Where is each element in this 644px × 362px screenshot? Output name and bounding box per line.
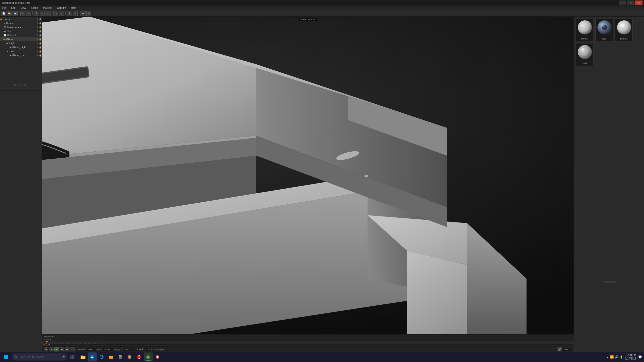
toolbar-select[interactable]: ▷ bbox=[53, 11, 58, 16]
eye-icon-render: 👁 bbox=[36, 22, 38, 24]
tool2-icon bbox=[155, 354, 160, 359]
taskbar-firefox[interactable] bbox=[125, 352, 134, 361]
camera-label: Main Camera bbox=[298, 18, 317, 21]
menu-material[interactable]: Material bbox=[42, 7, 53, 9]
search-placeholder: Type here to search bbox=[19, 355, 44, 358]
maximize-button[interactable]: □ bbox=[627, 1, 634, 5]
tree-label-high: High bbox=[9, 42, 36, 45]
tree-item-render[interactable]: ● Render 👁 🔒 bbox=[0, 21, 42, 25]
tree-item-baker[interactable]: ⬜ Baker 1 👁 🔒 bbox=[0, 33, 42, 37]
svg-point-13 bbox=[15, 356, 17, 358]
menu-capture[interactable]: Capture bbox=[56, 7, 67, 9]
material-ball-eye[interactable]: Eye bbox=[595, 19, 613, 41]
taskbar-calc[interactable] bbox=[116, 352, 125, 361]
menu-file[interactable]: File bbox=[1, 7, 7, 9]
tree-item-low[interactable]: ▼ Low 👁 🔒 bbox=[0, 49, 42, 53]
taskbar-opera[interactable] bbox=[134, 352, 143, 361]
notification-icon[interactable]: 💬 bbox=[638, 355, 642, 359]
frames-label: Frames bbox=[78, 348, 86, 351]
eye-icon-baker: 👁 bbox=[36, 34, 38, 36]
loop-button[interactable]: ↺ bbox=[70, 347, 75, 351]
tree-item-scene[interactable]: ▶ Scene 👁 🔒 bbox=[0, 17, 42, 21]
menu-view[interactable]: View bbox=[19, 7, 27, 9]
taskbar-tool2[interactable] bbox=[153, 352, 162, 361]
length-value[interactable]: 10.000 bbox=[123, 348, 135, 351]
toolbar-open[interactable]: 📂 bbox=[7, 11, 12, 16]
taskbar-file-explorer[interactable] bbox=[78, 352, 88, 361]
tree-item-ghost-high[interactable]: ◆ Ghost_High 👁 🔒 bbox=[0, 45, 42, 49]
left-panel-bottom bbox=[0, 90, 42, 334]
ie-icon: e bbox=[99, 354, 104, 359]
task-view-button[interactable] bbox=[68, 352, 77, 361]
toolbar-scale[interactable]: ⤢ bbox=[46, 11, 51, 16]
scene-tree: ▶ Scene 👁 🔒 ● Render 👁 🔒 📷 Main Camera 👁… bbox=[0, 17, 42, 58]
material-ball-phong[interactable]: phong1 bbox=[615, 19, 633, 41]
toolbar-import[interactable]: ⬆ bbox=[67, 11, 72, 16]
start-button[interactable] bbox=[1, 352, 12, 362]
svg-line-14 bbox=[17, 357, 18, 358]
toolbar-new[interactable]: 📄 bbox=[1, 11, 6, 16]
window-controls: ─ □ ✕ bbox=[619, 1, 642, 5]
system-tray: ▲ 📶 🔊 🔋 12:30 PM 7/17/2019 💬 bbox=[607, 353, 643, 360]
search-microphone-icon: 🎤 bbox=[61, 355, 65, 359]
material-ball-shell[interactable]: Shell bbox=[576, 43, 593, 66]
network-icon[interactable]: 📶 bbox=[610, 355, 614, 359]
toolbar-redo[interactable]: ↪ bbox=[26, 11, 31, 16]
toolbar-settings[interactable]: ⚙ bbox=[86, 11, 91, 16]
toolbar-sep1 bbox=[19, 11, 19, 15]
taskbar: Type here to search 🎤 bbox=[0, 352, 644, 362]
materials-section: Default Eye bbox=[574, 17, 644, 68]
battery-icon[interactable]: 🔋 bbox=[620, 355, 623, 359]
clock-display[interactable]: 12:30 PM 7/17/2019 bbox=[624, 353, 637, 360]
sky-icon: ☁ bbox=[4, 30, 6, 32]
material-ball-default[interactable]: Default bbox=[576, 19, 593, 41]
taskbar-ie[interactable]: e bbox=[97, 352, 106, 361]
toolbar-export[interactable]: ⬇ bbox=[73, 11, 78, 16]
toolbar-add[interactable]: + bbox=[59, 11, 64, 16]
toolbar-undo[interactable]: ↩ bbox=[20, 11, 25, 16]
tree-label-ghost-low: Ghost_Low bbox=[12, 54, 36, 57]
toolbar-render[interactable]: ▶ bbox=[80, 11, 86, 16]
tree-item-camera[interactable]: 📷 Main Camera 👁 🔒 bbox=[0, 25, 42, 29]
tree-item-high[interactable]: ▶ High 👁 🔒 bbox=[0, 41, 42, 45]
menu-help[interactable]: Help bbox=[70, 7, 77, 9]
lock-icon-high: 🔒 bbox=[39, 42, 42, 44]
prev-frame-button[interactable]: ◀ bbox=[49, 347, 54, 351]
volume-icon[interactable]: 🔊 bbox=[615, 355, 619, 359]
go-start-button[interactable]: ⏮ bbox=[44, 347, 48, 351]
file-explorer-icon bbox=[80, 354, 86, 360]
frames-value[interactable]: 300 bbox=[87, 348, 96, 351]
speed-label: Speed bbox=[136, 348, 143, 351]
search-bar[interactable]: Type here to search 🎤 bbox=[12, 353, 67, 360]
svg-rect-26 bbox=[119, 357, 120, 357]
toolbar-save[interactable]: 💾 bbox=[13, 11, 18, 16]
next-frame-button[interactable]: ▶ bbox=[60, 347, 64, 351]
speed-value[interactable]: 1.00 bbox=[144, 348, 152, 351]
end-frame-value[interactable]: 300 bbox=[563, 348, 572, 351]
menu-scene[interactable]: Scene bbox=[30, 7, 39, 9]
svg-text:e: e bbox=[100, 355, 101, 357]
taskbar-folder[interactable] bbox=[106, 352, 115, 361]
minimize-button[interactable]: ─ bbox=[619, 1, 626, 5]
taskbar-edge[interactable] bbox=[88, 352, 97, 361]
app-title: Marmoset Toolbag 3.06 bbox=[2, 1, 619, 4]
marmoset-icon bbox=[146, 354, 151, 359]
tree-item-ghost-low[interactable]: ◆ Ghost_Low 👁 🔒 bbox=[0, 53, 42, 57]
viewport[interactable]: Main Camera bbox=[42, 17, 574, 334]
fps-value[interactable]: 30.00 bbox=[103, 348, 113, 351]
link-button[interactable]: 🔗 bbox=[557, 347, 562, 351]
taskbar-marmoset[interactable] bbox=[144, 352, 153, 361]
toolbar-move[interactable]: ✛ bbox=[34, 11, 39, 16]
task-view-icon bbox=[70, 355, 74, 359]
material-label-eye: Eye bbox=[602, 37, 606, 40]
svg-rect-10 bbox=[6, 355, 8, 357]
tree-item-sky[interactable]: ☁ Sky 👁 🔒 bbox=[0, 29, 42, 33]
play-button[interactable]: ▶ bbox=[54, 347, 59, 351]
tree-item-ghost[interactable]: ▶ Ghost 👁 🔒 bbox=[0, 37, 42, 41]
svg-rect-29 bbox=[119, 358, 120, 358]
toolbar-rotate[interactable]: ↻ bbox=[40, 11, 45, 16]
close-button[interactable]: ✕ bbox=[635, 1, 642, 5]
go-end-button[interactable]: ⏭ bbox=[65, 347, 69, 351]
arrow-up-icon[interactable]: ▲ bbox=[607, 356, 609, 358]
menu-edit[interactable]: Edit bbox=[10, 7, 16, 9]
